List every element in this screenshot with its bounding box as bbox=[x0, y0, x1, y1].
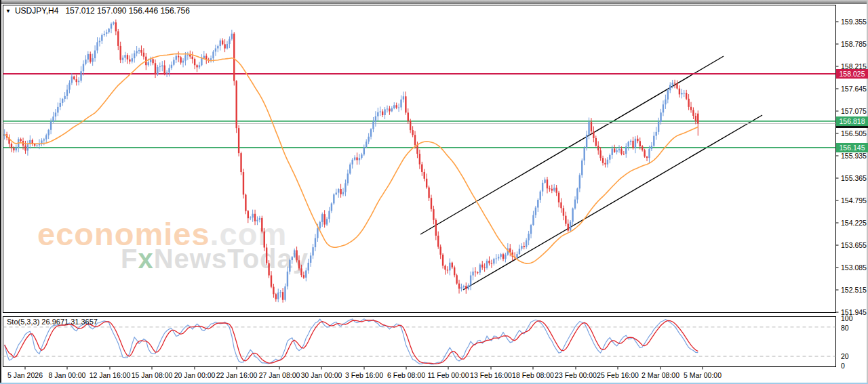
candle-body bbox=[11, 144, 12, 148]
candle-body bbox=[192, 57, 193, 60]
candle-body bbox=[632, 141, 633, 148]
candle-body bbox=[656, 132, 657, 136]
candle-body bbox=[240, 153, 241, 172]
price-axis-label: 157.075 bbox=[841, 107, 867, 115]
candle-body bbox=[505, 255, 506, 259]
time-axis-label: 5 Jan 2026 bbox=[7, 371, 43, 379]
candle-body bbox=[671, 83, 673, 85]
candle-body bbox=[254, 214, 256, 221]
candle-body bbox=[338, 189, 339, 192]
chart-canvas[interactable] bbox=[0, 0, 868, 384]
candle-body bbox=[303, 275, 304, 278]
candle-body bbox=[602, 158, 604, 163]
candle-body bbox=[326, 219, 328, 224]
candle-body bbox=[152, 59, 153, 63]
candle-body bbox=[90, 54, 91, 62]
candle-body bbox=[428, 188, 429, 198]
candle-body bbox=[532, 215, 534, 226]
candle-body bbox=[555, 188, 557, 192]
candle-body bbox=[300, 268, 302, 275]
sto-axis-label: 20 bbox=[841, 352, 849, 360]
candle-body bbox=[83, 64, 84, 71]
candle-body bbox=[36, 146, 37, 146]
time-axis-label: 18 Feb 08:00 bbox=[512, 371, 554, 379]
candle-body bbox=[275, 294, 277, 299]
candle-body bbox=[389, 108, 390, 111]
candle-body bbox=[256, 220, 258, 221]
candle-body bbox=[684, 93, 685, 93]
candle-body bbox=[229, 39, 230, 44]
candle-body bbox=[460, 287, 462, 289]
candle-body bbox=[113, 22, 114, 24]
candle-body bbox=[616, 150, 617, 152]
candle-body bbox=[416, 145, 418, 154]
candle-body bbox=[398, 108, 399, 108]
candle-body bbox=[484, 268, 485, 268]
candle-body bbox=[653, 136, 654, 146]
candle-body bbox=[122, 58, 123, 60]
ohlc-collapse-toggle[interactable]: ▼ bbox=[5, 8, 11, 14]
candle-body bbox=[68, 83, 70, 89]
candle-body bbox=[387, 108, 388, 109]
candle-body bbox=[486, 261, 488, 268]
candle-body bbox=[199, 65, 200, 67]
candle-body bbox=[101, 35, 102, 41]
time-axis-label: 3 Feb 16:00 bbox=[345, 371, 383, 379]
candle-body bbox=[16, 148, 17, 150]
sto-pane-border bbox=[3, 317, 836, 367]
candle-body bbox=[287, 272, 288, 286]
candle-body bbox=[380, 112, 381, 112]
candle-body bbox=[565, 216, 566, 224]
candle-body bbox=[595, 138, 597, 146]
candle-body bbox=[465, 286, 467, 289]
time-axis-label: 13 Feb 16:00 bbox=[470, 371, 512, 379]
candle-body bbox=[635, 139, 636, 148]
candle-body bbox=[597, 146, 599, 150]
candle-body bbox=[312, 247, 313, 255]
candle-body bbox=[612, 149, 613, 155]
sto-axis-label: 0 bbox=[841, 362, 845, 370]
candle-body bbox=[646, 156, 648, 158]
candle-body bbox=[424, 172, 425, 179]
candle-body bbox=[576, 188, 578, 199]
candle-body bbox=[498, 257, 499, 258]
horizontal-level-lines[interactable] bbox=[3, 74, 836, 148]
candle-body bbox=[282, 292, 283, 300]
candle-body bbox=[488, 261, 490, 263]
candle-body bbox=[252, 214, 253, 218]
level-price-badge: 158.025 bbox=[836, 69, 868, 79]
candle-body bbox=[47, 130, 49, 135]
candle-body bbox=[344, 183, 346, 192]
candle-body bbox=[391, 108, 393, 111]
price-axis-label: 159.355 bbox=[841, 18, 867, 26]
trendlines[interactable] bbox=[420, 56, 762, 290]
candle-body bbox=[245, 194, 246, 211]
candles-layer bbox=[4, 20, 699, 303]
candle-body bbox=[419, 154, 420, 165]
candle-body bbox=[336, 193, 337, 195]
candle-body bbox=[426, 179, 427, 188]
candle-body bbox=[347, 173, 349, 183]
candle-body bbox=[669, 85, 671, 90]
candle-body bbox=[117, 31, 119, 46]
candle-body bbox=[479, 265, 481, 273]
candle-body bbox=[535, 208, 536, 215]
price-axis-label: 154.225 bbox=[841, 219, 867, 227]
candle-body bbox=[609, 155, 610, 160]
candle-body bbox=[155, 63, 156, 74]
candle-body bbox=[356, 157, 357, 160]
candle-body bbox=[127, 55, 128, 60]
candle-body bbox=[620, 149, 622, 154]
candle-body bbox=[66, 89, 68, 95]
candle-body bbox=[551, 189, 553, 191]
candle-body bbox=[171, 65, 172, 68]
candle-body bbox=[104, 34, 105, 35]
candle-body bbox=[695, 116, 696, 121]
candle-body bbox=[319, 222, 321, 228]
candle-body bbox=[238, 128, 239, 153]
price-axis-label: 158.785 bbox=[841, 40, 867, 48]
candle-body bbox=[212, 51, 214, 58]
candle-body bbox=[129, 60, 130, 62]
level-price-badge: 156.145 bbox=[836, 143, 868, 152]
candle-body bbox=[692, 110, 694, 116]
